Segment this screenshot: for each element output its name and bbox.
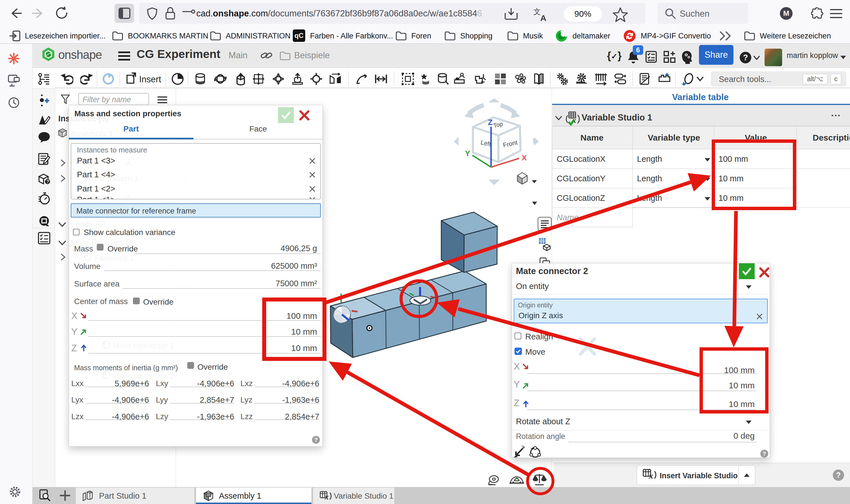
svg-text:Z: Z (488, 118, 493, 127)
svg-text:?: ? (47, 179, 49, 184)
svg-text:A: A (540, 13, 546, 21)
svg-text:x: x (324, 492, 329, 501)
svg-text:Y: Y (465, 149, 470, 158)
svg-text:文: 文 (533, 8, 541, 16)
svg-text:X: X (522, 154, 527, 162)
svg-text:x: x (649, 471, 653, 480)
